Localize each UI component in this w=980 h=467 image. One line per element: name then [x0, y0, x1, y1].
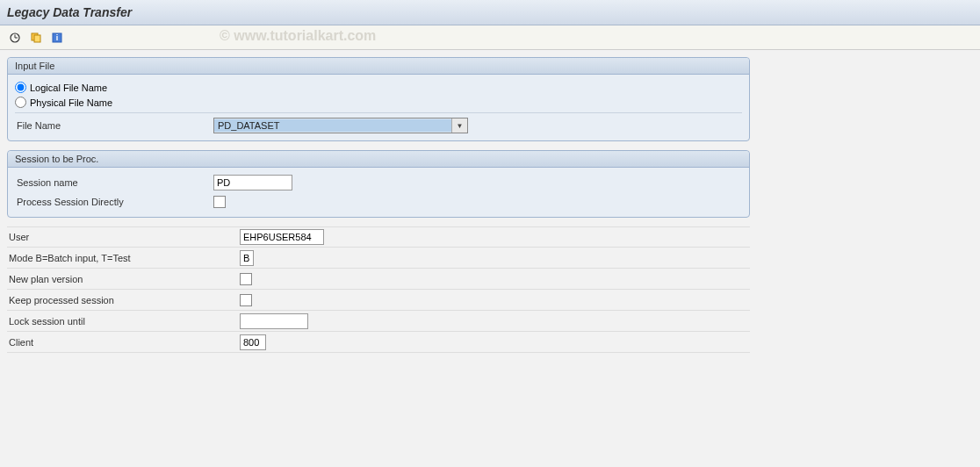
chevron-down-icon[interactable]: ▼ [451, 119, 467, 133]
logical-file-label: Logical File Name [30, 83, 107, 93]
process-direct-label: Process Session Directly [15, 197, 213, 207]
input-file-header: Input File [8, 58, 749, 75]
toolbar: i © www.tutorialkart.com [0, 25, 980, 50]
client-input[interactable] [240, 334, 266, 350]
mode-label: Mode B=Batch input, T=Test [7, 253, 240, 263]
info-icon[interactable]: i [49, 30, 65, 46]
svg-rect-4 [34, 35, 40, 42]
execute-icon[interactable] [7, 30, 23, 46]
svg-text:i: i [56, 33, 59, 42]
client-label: Client [7, 337, 240, 348]
session-group: Session to be Proc. Session name Process… [7, 150, 750, 218]
page-title: Legacy Data Transfer [0, 0, 980, 25]
physical-file-radio[interactable] [15, 97, 26, 108]
logical-file-radio-row: Logical File Name [15, 80, 742, 95]
process-direct-checkbox[interactable] [213, 196, 226, 208]
new-plan-checkbox[interactable] [240, 273, 252, 285]
input-file-group: Input File Logical File Name Physical Fi… [7, 57, 750, 141]
physical-file-label: Physical File Name [30, 97, 112, 108]
file-name-label: File Name [15, 120, 213, 131]
session-name-input[interactable] [213, 175, 292, 190]
new-plan-label: New plan version [7, 274, 240, 284]
physical-file-radio-row: Physical File Name [15, 95, 742, 110]
logical-file-radio[interactable] [15, 82, 26, 93]
params-group: User Mode B=Batch input, T=Test New plan… [7, 226, 750, 353]
session-header: Session to be Proc. [8, 151, 749, 168]
lock-until-input[interactable] [240, 313, 308, 329]
lock-until-label: Lock session until [7, 316, 240, 327]
keep-session-label: Keep processed session [7, 295, 240, 305]
file-name-value: PD_DATASET [214, 119, 451, 132]
keep-session-checkbox[interactable] [240, 294, 252, 306]
mode-input[interactable] [240, 250, 254, 266]
content-area: Input File Logical File Name Physical Fi… [0, 50, 980, 360]
file-name-dropdown[interactable]: PD_DATASET ▼ [213, 118, 468, 133]
session-name-label: Session name [15, 177, 213, 188]
user-input[interactable] [240, 229, 324, 245]
watermark: © www.tutorialkart.com [220, 28, 376, 44]
variant-icon[interactable] [28, 30, 44, 46]
user-label: User [7, 232, 240, 242]
